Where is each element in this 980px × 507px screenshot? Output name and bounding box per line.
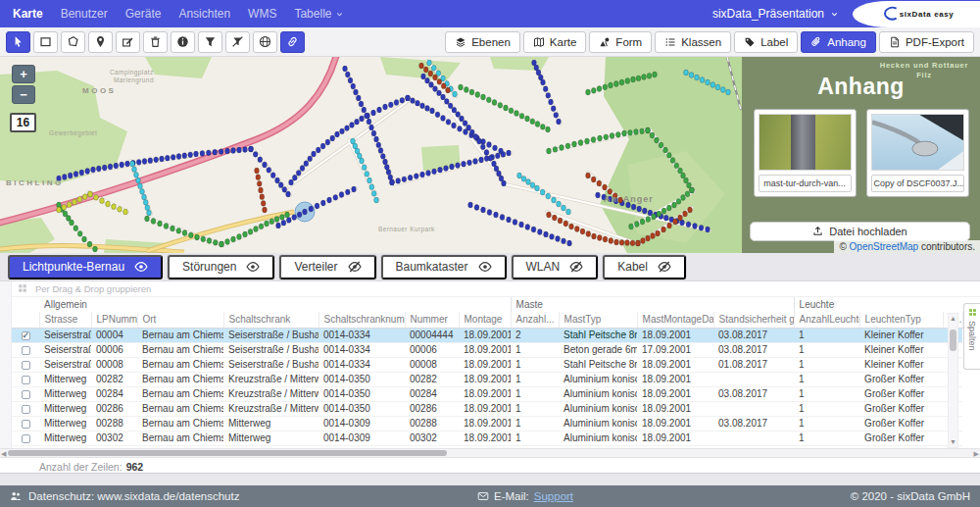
- map-pin[interactable]: [292, 215, 297, 221]
- map-pin[interactable]: [521, 176, 526, 181]
- map-pin[interactable]: [446, 87, 451, 93]
- map-pin[interactable]: [118, 206, 122, 212]
- map-pin[interactable]: [554, 112, 559, 118]
- group-by-bar[interactable]: Per Drag & Drop gruppieren: [0, 281, 980, 297]
- map-pin[interactable]: [327, 197, 332, 203]
- map-pin[interactable]: [369, 125, 374, 130]
- map-pin[interactable]: [666, 152, 671, 158]
- map-pin[interactable]: [171, 226, 175, 231]
- delete-tool[interactable]: [143, 31, 168, 53]
- map-pin[interactable]: [151, 219, 156, 225]
- map-pin[interactable]: [77, 196, 82, 202]
- map-pin[interactable]: [67, 202, 72, 208]
- map-pin[interactable]: [396, 178, 401, 184]
- column-header-schaltschrank[interactable]: Schaltschrank: [223, 312, 318, 328]
- map-pin[interactable]: [377, 107, 382, 113]
- map-pin[interactable]: [255, 168, 260, 174]
- layer-tab-lichtpunkte-bernau[interactable]: Lichtpunkte-Bernau: [8, 255, 163, 279]
- map-pin[interactable]: [96, 166, 101, 172]
- map-pin[interactable]: [369, 184, 374, 190]
- map-pin[interactable]: [513, 220, 517, 226]
- map-pin[interactable]: [148, 158, 153, 164]
- map-pin[interactable]: [481, 94, 486, 100]
- map-pin[interactable]: [259, 187, 264, 193]
- map-pin[interactable]: [547, 148, 552, 154]
- map-pin[interactable]: [543, 86, 548, 92]
- map-pin[interactable]: [474, 205, 479, 211]
- map-pin[interactable]: [147, 210, 152, 216]
- map-pin[interactable]: [602, 194, 607, 200]
- map-pin[interactable]: [564, 221, 568, 227]
- map-pin[interactable]: [200, 151, 205, 157]
- map-pin[interactable]: [237, 234, 242, 240]
- map-pin[interactable]: [574, 227, 579, 232]
- pointer-tool[interactable]: [6, 31, 30, 53]
- map-pin[interactable]: [201, 236, 206, 242]
- menu-item-tabelle[interactable]: Tabelle: [285, 0, 353, 27]
- map-pin[interactable]: [62, 175, 67, 180]
- map-pin[interactable]: [365, 113, 369, 119]
- map-pin[interactable]: [456, 163, 461, 169]
- map-pin[interactable]: [419, 63, 424, 69]
- map-pin[interactable]: [640, 128, 645, 134]
- map-pin[interactable]: [171, 154, 175, 160]
- map-pin[interactable]: [706, 79, 710, 85]
- map-pin[interactable]: [258, 157, 263, 163]
- filter-tool[interactable]: [198, 31, 222, 53]
- map-pin[interactable]: [270, 173, 275, 178]
- map-pin[interactable]: [102, 165, 107, 171]
- map-pin[interactable]: [662, 227, 666, 232]
- map-pin[interactable]: [452, 107, 457, 113]
- map-pin[interactable]: [673, 219, 678, 225]
- map-pin[interactable]: [248, 228, 253, 234]
- map-pin[interactable]: [695, 75, 700, 80]
- map-pin[interactable]: [667, 223, 672, 228]
- map-pin[interactable]: [586, 173, 591, 178]
- map-pin[interactable]: [642, 208, 647, 214]
- map-pin[interactable]: [614, 239, 619, 245]
- map-pin[interactable]: [531, 227, 536, 232]
- map-pin[interactable]: [610, 133, 614, 139]
- map-pin[interactable]: [73, 199, 77, 205]
- map-pin[interactable]: [507, 150, 512, 156]
- column-header-strasse[interactable]: Strasse: [39, 312, 91, 328]
- map-pin[interactable]: [195, 234, 200, 240]
- map-pin[interactable]: [304, 161, 309, 167]
- map-pin[interactable]: [120, 162, 124, 168]
- map-pin[interactable]: [367, 119, 371, 125]
- map-pin[interactable]: [580, 228, 585, 234]
- map-pin[interactable]: [509, 108, 514, 114]
- map-pin[interactable]: [480, 144, 485, 150]
- map-pin[interactable]: [552, 215, 557, 221]
- map-pin[interactable]: [514, 111, 519, 117]
- map-pin[interactable]: [541, 79, 546, 85]
- map-pin[interactable]: [282, 186, 287, 192]
- map-pin[interactable]: [646, 127, 651, 133]
- map-pin[interactable]: [256, 175, 261, 180]
- map-pin[interactable]: [706, 227, 710, 232]
- map-pin[interactable]: [683, 211, 688, 217]
- map-pin[interactable]: [586, 89, 591, 95]
- map-pin[interactable]: [213, 239, 218, 245]
- row-checkbox[interactable]: [22, 420, 30, 429]
- map-pin[interactable]: [507, 217, 512, 223]
- map-pin[interactable]: [553, 146, 558, 152]
- map-pin[interactable]: [487, 210, 492, 216]
- map-pin[interactable]: [106, 201, 111, 207]
- map-pin[interactable]: [637, 206, 642, 212]
- map-pin[interactable]: [87, 241, 92, 247]
- button-pdf-export[interactable]: PDF-Export: [879, 31, 974, 53]
- map-pin[interactable]: [659, 142, 663, 148]
- button-karte[interactable]: Karte: [523, 31, 587, 53]
- row-checkbox[interactable]: [22, 434, 30, 443]
- map-pin[interactable]: [383, 104, 388, 110]
- map-pin[interactable]: [360, 116, 365, 122]
- osm-link[interactable]: OpenStreetMap: [850, 241, 919, 252]
- table-row[interactable]: Mitterweg00284Bernau am ChiemseeKreuzstr…: [12, 386, 962, 401]
- map-pin[interactable]: [74, 172, 78, 177]
- map-pin[interactable]: [253, 151, 258, 157]
- map-pin[interactable]: [596, 192, 601, 198]
- map-pin[interactable]: [345, 72, 350, 77]
- column-header-leuchtentyp[interactable]: LeuchtenTyp: [859, 312, 943, 328]
- map-pin[interactable]: [567, 240, 572, 246]
